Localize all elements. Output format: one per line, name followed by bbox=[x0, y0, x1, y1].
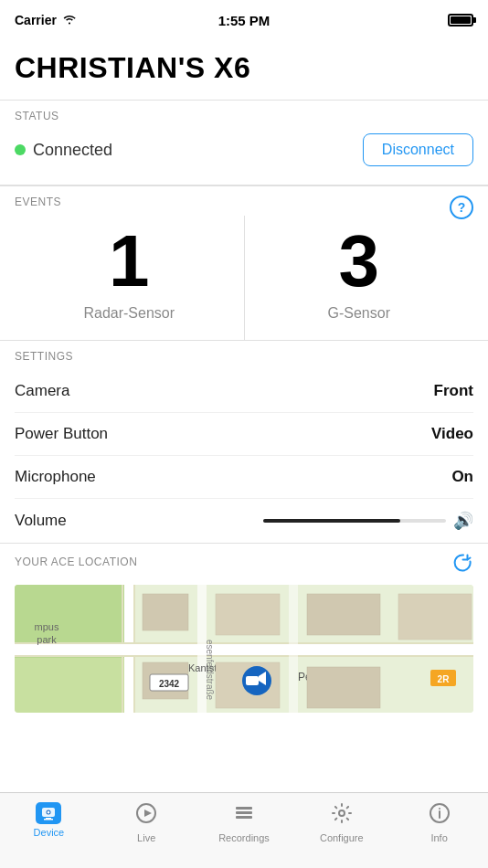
settings-section-label: SETTINGS bbox=[15, 350, 473, 363]
battery-icon bbox=[448, 14, 473, 26]
microphone-setting-value: On bbox=[451, 468, 473, 486]
tab-bar: Device Live Recordings Configure bbox=[0, 792, 488, 868]
disconnect-button[interactable]: Disconnect bbox=[363, 133, 473, 166]
power-button-setting-row: Power Button Video bbox=[15, 413, 473, 456]
svg-rect-32 bbox=[44, 819, 53, 820]
map-container[interactable]: esenfeldstraße Kantstraße Petuelring 234… bbox=[15, 585, 473, 713]
recordings-icon bbox=[233, 802, 255, 830]
volume-setting-row: Volume 🔊 bbox=[15, 499, 473, 543]
time-label: 1:55 PM bbox=[218, 13, 271, 28]
events-section: EVENTS ? 1 Radar-Sensor 3 G-Sensor bbox=[0, 185, 488, 341]
svg-rect-7 bbox=[15, 642, 473, 644]
svg-text:mpus: mpus bbox=[35, 621, 59, 632]
svg-point-34 bbox=[48, 811, 50, 814]
tab-configure[interactable]: Configure bbox=[292, 800, 390, 843]
ace-location-section: YOUR ACE LOCATION bbox=[0, 544, 488, 713]
connected-status: Connected bbox=[15, 141, 112, 160]
tab-device[interactable]: Device bbox=[0, 800, 98, 838]
radar-sensor-col: 1 Radar-Sensor bbox=[15, 216, 245, 340]
microphone-setting-row: Microphone On bbox=[15, 456, 473, 499]
refresh-icon[interactable] bbox=[453, 553, 473, 577]
svg-point-43 bbox=[439, 808, 440, 810]
svg-rect-8 bbox=[15, 655, 473, 657]
status-row: Connected Disconnect bbox=[15, 130, 473, 175]
g-sensor-count: 3 bbox=[245, 225, 474, 298]
info-icon bbox=[429, 802, 451, 830]
device-tab-icon bbox=[36, 802, 61, 824]
g-sensor-col: 3 G-Sensor bbox=[245, 216, 474, 340]
volume-bar-fill bbox=[263, 519, 400, 523]
svg-rect-6 bbox=[15, 644, 473, 657]
tab-info-label: Info bbox=[430, 832, 447, 843]
settings-section: SETTINGS Camera Front Power Button Video… bbox=[0, 341, 488, 544]
camera-setting-value: Front bbox=[434, 382, 473, 400]
carrier-label: Carrier bbox=[15, 13, 57, 27]
connected-dot bbox=[15, 144, 26, 155]
g-sensor-label: G-Sensor bbox=[245, 305, 474, 322]
device-title: CHRISTIAN'S X6 bbox=[0, 40, 488, 100]
events-row: 1 Radar-Sensor 3 G-Sensor bbox=[15, 216, 473, 340]
radar-sensor-label: Radar-Sensor bbox=[15, 305, 244, 322]
connected-label: Connected bbox=[33, 141, 112, 160]
ace-location-label: YOUR ACE LOCATION bbox=[15, 556, 137, 568]
svg-rect-14 bbox=[143, 594, 188, 630]
power-button-setting-value: Video bbox=[431, 425, 473, 443]
microphone-setting-key: Microphone bbox=[15, 468, 96, 486]
camera-setting-key: Camera bbox=[15, 382, 69, 400]
svg-rect-10 bbox=[289, 585, 298, 713]
volume-control[interactable]: 🔊 bbox=[263, 511, 473, 531]
svg-marker-36 bbox=[144, 810, 152, 817]
camera-setting-row: Camera Front bbox=[15, 370, 473, 413]
tab-device-label: Device bbox=[34, 827, 65, 838]
svg-rect-19 bbox=[307, 667, 380, 708]
tab-live[interactable]: Live bbox=[98, 800, 196, 843]
svg-text:2R: 2R bbox=[438, 674, 451, 684]
svg-rect-26 bbox=[246, 676, 259, 685]
svg-point-40 bbox=[339, 810, 345, 816]
speaker-icon: 🔊 bbox=[453, 511, 473, 531]
tab-recordings[interactable]: Recordings bbox=[196, 800, 293, 843]
tab-configure-label: Configure bbox=[320, 832, 364, 843]
status-section: STATUS Connected Disconnect bbox=[0, 101, 488, 185]
svg-rect-37 bbox=[236, 807, 252, 810]
radar-sensor-count: 1 bbox=[15, 225, 244, 298]
events-section-label: EVENTS bbox=[15, 196, 473, 208]
ace-header: YOUR ACE LOCATION bbox=[15, 553, 473, 577]
wifi-icon bbox=[62, 14, 77, 27]
configure-icon bbox=[331, 802, 353, 830]
svg-text:2342: 2342 bbox=[159, 679, 180, 689]
volume-setting-key: Volume bbox=[15, 512, 67, 530]
tab-info[interactable]: Info bbox=[390, 800, 488, 843]
power-button-setting-key: Power Button bbox=[15, 425, 108, 443]
svg-rect-38 bbox=[236, 811, 252, 814]
svg-rect-18 bbox=[307, 594, 380, 635]
status-bar: Carrier 1:55 PM bbox=[0, 0, 488, 40]
svg-rect-16 bbox=[216, 594, 280, 635]
svg-rect-20 bbox=[398, 594, 472, 640]
tab-live-label: Live bbox=[137, 832, 155, 843]
live-icon bbox=[135, 802, 157, 830]
volume-bar bbox=[263, 519, 446, 523]
svg-text:park: park bbox=[37, 634, 57, 645]
help-icon[interactable]: ? bbox=[450, 196, 473, 219]
tab-recordings-label: Recordings bbox=[218, 832, 270, 843]
svg-rect-39 bbox=[236, 816, 252, 819]
status-section-label: STATUS bbox=[15, 110, 473, 122]
